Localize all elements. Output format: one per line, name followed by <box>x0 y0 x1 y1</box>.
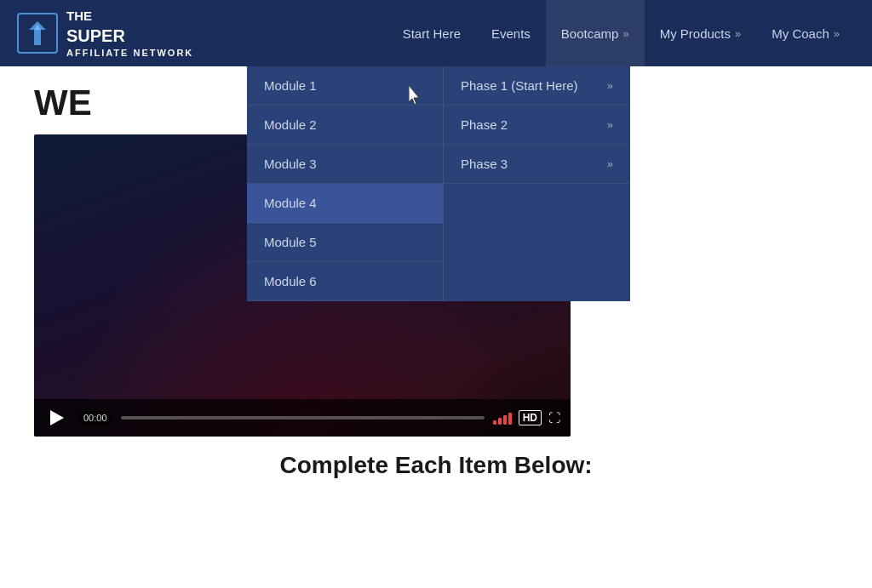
dropdown-module-4[interactable]: Module 4 <box>247 184 443 223</box>
nav-my-products[interactable]: My Products » <box>645 0 757 66</box>
video-progress-bar[interactable] <box>121 416 485 420</box>
video-right-controls: HD ⛶ <box>493 410 560 425</box>
bootcamp-dropdown: Module 1 Module 2 Module 3 Module 4 Modu… <box>247 66 630 301</box>
phase-3-chevron-icon: » <box>607 157 613 170</box>
logo-icon <box>17 13 58 54</box>
dropdown-module-6[interactable]: Module 6 <box>247 262 443 301</box>
dropdown-phase-1[interactable]: Phase 1 (Start Here) » <box>444 66 630 106</box>
dropdown-module-5[interactable]: Module 5 <box>247 223 443 262</box>
phase-1-chevron-icon: » <box>607 79 613 92</box>
phase-2-chevron-icon: » <box>607 118 613 131</box>
nav-bootcamp[interactable]: Bootcamp » <box>546 0 645 66</box>
dropdown-phase-3[interactable]: Phase 3 » <box>444 145 630 184</box>
logo[interactable]: THE SUPER AFFILIATE NETWORK <box>17 8 193 59</box>
bootcamp-chevron-icon: » <box>622 27 628 40</box>
signal-icon <box>493 411 512 425</box>
header: THE SUPER AFFILIATE NETWORK Start Here E… <box>0 0 872 66</box>
phases-dropdown-col: Phase 1 (Start Here) » Phase 2 » Phase 3… <box>443 66 630 301</box>
logo-text: THE SUPER AFFILIATE NETWORK <box>66 8 193 59</box>
dropdown-module-2[interactable]: Module 2 <box>247 106 443 145</box>
dropdown-phase-2[interactable]: Phase 2 » <box>444 106 630 145</box>
video-time-display: 00:00 <box>78 411 112 425</box>
my-coach-chevron-icon: » <box>834 27 840 40</box>
nav-my-coach[interactable]: My Coach » <box>756 0 855 66</box>
modules-dropdown-col: Module 1 Module 2 Module 3 Module 4 Modu… <box>247 66 443 301</box>
play-button[interactable] <box>44 405 70 431</box>
dropdown-module-3[interactable]: Module 3 <box>247 145 443 184</box>
nav-events[interactable]: Events <box>476 0 546 66</box>
play-icon <box>50 410 64 425</box>
hd-badge: HD <box>519 410 542 425</box>
video-controls-bar: 00:00 HD ⛶ <box>34 399 571 437</box>
my-products-chevron-icon: » <box>735 27 741 40</box>
fullscreen-icon[interactable]: ⛶ <box>548 411 560 425</box>
dropdown-module-1[interactable]: Module 1 <box>247 66 443 106</box>
main-nav: Start Here Events Bootcamp » My Products… <box>387 0 855 66</box>
nav-start-here[interactable]: Start Here <box>387 0 476 66</box>
bottom-heading: Complete Each Item Below: <box>34 452 838 479</box>
